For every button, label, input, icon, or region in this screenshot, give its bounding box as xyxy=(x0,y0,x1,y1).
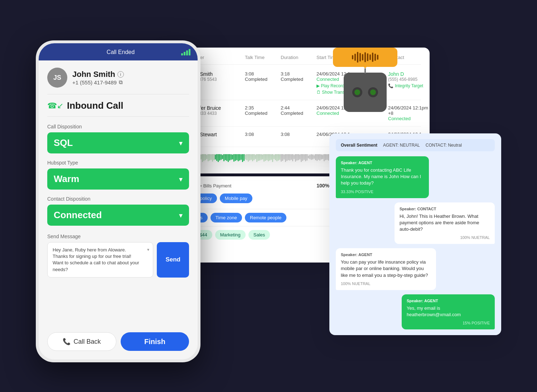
message-text-2: Hi, John! This is Heather Brown. What pa… xyxy=(400,213,490,233)
message-contact-1: Speaker: CONTACT Hi, John! This is Heath… xyxy=(395,202,495,244)
message-agent-2: Speaker: AGENT You can pay your life ins… xyxy=(336,248,436,290)
hubspot-type-value: Warm xyxy=(54,173,79,185)
speaker-label: Speaker: AGENT xyxy=(341,161,424,165)
col-duration: Duration xyxy=(281,55,316,60)
phone-header-title: Call Ended xyxy=(60,49,181,55)
contact-name: John Smith i xyxy=(72,70,124,79)
speaker-label-3: Speaker: AGENT xyxy=(341,253,431,257)
duration-3: 3:08 xyxy=(281,132,316,137)
talk-time-2: 2:35 xyxy=(245,105,281,111)
message-text: Thank you for contacting ABC Life Insura… xyxy=(341,167,424,187)
send-message-section: Send Message Hey Jane, Ruby here from Al… xyxy=(47,234,189,278)
hubspot-type-section: Hubspot Type Warm ▾ xyxy=(47,160,189,190)
talk-time-3: 3:08 xyxy=(245,132,281,137)
contact-disposition-value: Connected xyxy=(54,210,102,221)
avatar: JS xyxy=(47,68,67,88)
chevron-down-icon: ▾ xyxy=(179,139,183,147)
hubspot-type-dropdown[interactable]: Warm ▾ xyxy=(47,168,189,190)
tag-remote[interactable]: Remote people xyxy=(245,213,286,222)
contact-extra: 24/06/2024 12:1pm xyxy=(388,105,453,111)
chevron-down-icon-2: ▾ xyxy=(179,175,183,183)
contact-extra2: +8 xyxy=(388,111,453,116)
robot-eye-left xyxy=(352,87,362,97)
info-icon[interactable]: i xyxy=(117,71,124,78)
message-agent-1: Speaker: AGENT Thank you for contacting … xyxy=(336,156,429,198)
finish-button[interactable]: Finish xyxy=(121,332,189,351)
tag-marketing[interactable]: Marketing xyxy=(215,230,246,240)
tag-sales[interactable]: Sales xyxy=(248,230,270,240)
contact-phone: +1 (555) 417-9489 ⧉ xyxy=(72,79,124,85)
tag-timezone[interactable]: Time zone xyxy=(211,213,242,222)
inbound-call-label: Inbound Call xyxy=(67,100,123,111)
contact-name-link[interactable]: John D xyxy=(388,71,453,77)
contact-disposition-dropdown[interactable]: Connected ▾ xyxy=(47,205,189,226)
call-disposition-value: SQL xyxy=(54,137,73,148)
sentiment-bar: Overall Sentiment AGENT: NEUTRAL CONTACT… xyxy=(336,139,495,151)
robot-pupil-right xyxy=(370,89,376,95)
robot-pupil-left xyxy=(354,89,360,95)
duration-status-2: Completed xyxy=(281,111,316,116)
sentiment-score-4: 15% POSITIVE xyxy=(407,321,490,325)
chat-messages: Speaker: AGENT Thank you for contacting … xyxy=(336,156,495,329)
message-text-3: You can pay your life insurance policy v… xyxy=(341,259,431,279)
inbound-call-icon: ☎↙ xyxy=(47,101,63,111)
robot-antenna xyxy=(364,68,366,73)
copy-icon[interactable]: ⧉ xyxy=(119,79,123,85)
talk-status-2: Completed xyxy=(245,111,281,116)
call-disposition-section: Call Disposition SQL ▾ xyxy=(47,124,189,153)
duration-2: 2:44 xyxy=(281,105,316,111)
speaker-label-4: Speaker: AGENT xyxy=(407,299,490,303)
contact-sentiment: CONTACT: Neutral xyxy=(426,143,462,148)
send-message-label: Send Message xyxy=(47,234,189,239)
contact-row: JS John Smith i +1 (555) 417-9489 ⧉ xyxy=(47,68,189,94)
phone-icon: 📞 xyxy=(63,338,71,346)
contact-phone-icon: 📞 Integrity Target xyxy=(388,83,453,88)
talk-time: 3:08 xyxy=(245,71,281,77)
robot-eye-right xyxy=(368,87,378,97)
agent-sentiment: AGENT: NEUTRAL xyxy=(383,143,420,148)
contact-sub-num: (555) 456-8985 xyxy=(388,77,453,82)
col-talk-time: Talk Time xyxy=(245,55,281,60)
chevron-down-icon-3: ▾ xyxy=(179,211,183,220)
sentiment-score-3: 100% NUETRAL xyxy=(341,281,431,286)
callback-button[interactable]: 📞 Call Back xyxy=(47,332,116,351)
robot-speech-bubble xyxy=(333,48,397,67)
hubspot-type-label: Hubspot Type xyxy=(47,160,189,166)
contact-disposition-label: Contact Disposition xyxy=(47,196,189,202)
sentiment-score-2: 100% NUETRAL xyxy=(400,235,490,240)
message-agent-3: Speaker: AGENT Yes, my email is heatherb… xyxy=(402,294,495,329)
tag-mobile-pay[interactable]: Mobile pay xyxy=(220,193,252,203)
duration: 3:18 xyxy=(281,71,316,77)
call-disposition-label: Call Disposition xyxy=(47,124,189,129)
robot-eyes xyxy=(352,87,378,97)
send-button[interactable]: Send xyxy=(157,242,189,278)
talk-status: Completed xyxy=(245,77,281,82)
sentiment-label: Overall Sentiment xyxy=(341,143,377,148)
transcript-panel: Overall Sentiment AGENT: NEUTRAL CONTACT… xyxy=(329,133,501,335)
message-dropdown-icon: ▾ xyxy=(147,247,149,253)
col-contact: Contact xyxy=(388,55,453,60)
message-text-4: Yes, my email is heatherbrown@xmail.com xyxy=(407,305,490,318)
robot-body xyxy=(344,73,387,112)
robot-widget xyxy=(333,48,397,112)
speaker-label-2: Speaker: CONTACT xyxy=(400,207,490,211)
inbound-call-row: ☎↙ Inbound Call xyxy=(47,100,189,117)
phone-header: Call Ended xyxy=(39,43,198,60)
call-disposition-dropdown[interactable]: SQL ▾ xyxy=(47,132,189,153)
contact-extra3: Connected xyxy=(388,116,453,121)
message-input[interactable]: Hey Jane, Ruby here from Aloware. Thanks… xyxy=(47,242,153,278)
phone-mockup: Call Ended JS John Smith i xyxy=(36,40,200,362)
sentiment-score: 33.33% POSITIVE xyxy=(341,190,424,194)
breadcrumb-pct: 100% xyxy=(316,183,329,188)
signal-icon xyxy=(181,49,190,55)
contact-disposition-section: Contact Disposition Connected ▾ xyxy=(47,196,189,226)
phone-footer: 📞 Call Back Finish xyxy=(39,327,198,359)
duration-status: Completed xyxy=(281,77,316,82)
